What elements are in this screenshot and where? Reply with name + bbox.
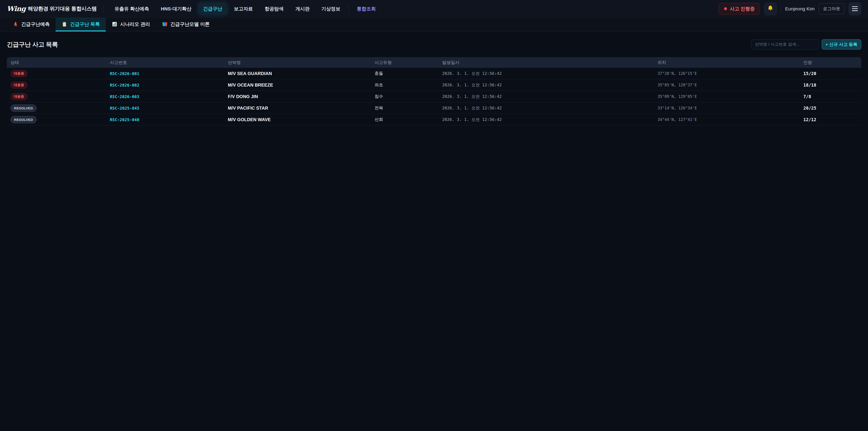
incident-id-link[interactable]: RSC-2025-045 <box>106 106 224 111</box>
logo-divider <box>103 4 103 13</box>
incident-id-link[interactable]: RSC-2026-001 <box>106 71 224 76</box>
vessel-name: M/V OCEAN BREEZE <box>224 83 371 88</box>
status-badge: 대응중 <box>10 70 28 77</box>
page-title: 긴급구난 사고 목록 <box>7 40 58 49</box>
incident-location: 35°05'N, 128°37'E <box>654 83 800 87</box>
incident-badge-label: 사고 진행중 <box>730 6 755 12</box>
main-nav: 유출유 확산예측 HNS·대기확산 긴급구난 보고자료 항공탐색 게시판 기상정… <box>110 3 381 15</box>
wing-logo-icon: Wing <box>7 5 26 13</box>
nav-item-rescue[interactable]: 긴급구난 <box>198 3 227 15</box>
persons-count: 12/12 <box>800 117 861 122</box>
persons-count: 15/20 <box>800 71 861 76</box>
nav-item-weather[interactable]: 기상정보 <box>316 3 345 15</box>
table-row[interactable]: RESOLVED RSC-2025-040 M/V GOLDEN WAVE 선회… <box>7 114 861 125</box>
tab-label: 긴급구난 목록 <box>70 21 100 27</box>
header-status: 상태 <box>7 60 106 65</box>
header-incident-id: 사고번호 <box>106 60 224 65</box>
bar-chart-icon <box>112 21 118 27</box>
incident-datetime: 2026. 3. 1. 오전 12:56:42 <box>438 82 654 88</box>
header-vessel: 선박명 <box>224 60 371 65</box>
user-name: Eunjeong Kim <box>785 6 815 11</box>
nav-item-hns[interactable]: HNS·대기확산 <box>156 3 196 15</box>
nav-item-integrated-search[interactable]: 통합조회 <box>352 3 381 15</box>
hamburger-icon <box>852 6 858 7</box>
incident-location: 35°09'N, 129°05'E <box>654 94 800 99</box>
vessel-name: M/V PACIFIC STAR <box>224 105 371 111</box>
tab-label: 긴급구난예측 <box>21 21 50 27</box>
header-persons: 인명 <box>800 60 861 65</box>
status-badge: 대응중 <box>10 81 28 89</box>
table-row[interactable]: RESOLVED RSC-2025-045 M/V PACIFIC STAR 전… <box>7 102 861 114</box>
nav-item-board[interactable]: 게시판 <box>290 3 315 15</box>
incident-id-link[interactable]: RSC-2025-040 <box>106 117 224 122</box>
incident-location: 37°28'N, 126°15'E <box>654 71 800 76</box>
incident-datetime: 2026. 3. 1. 오전 12:56:42 <box>438 71 654 76</box>
incident-location: 33°14'N, 126°34'E <box>654 106 800 110</box>
incident-datetime: 2026. 3. 1. 오전 12:56:42 <box>438 117 654 122</box>
nav-item-reports[interactable]: 보고자료 <box>229 3 258 15</box>
clipboard-icon <box>61 21 67 27</box>
new-incident-button[interactable]: + 신규 사고 등록 <box>822 39 861 50</box>
bell-icon <box>767 5 774 13</box>
tab-rescue-prediction[interactable]: 긴급구난예측 <box>7 18 56 31</box>
persons-count: 7/8 <box>800 94 861 99</box>
vessel-name: M/V GOLDEN WAVE <box>224 117 371 122</box>
app-title: 해양환경 위기대응 통합시스템 <box>28 5 96 12</box>
books-icon <box>162 21 168 27</box>
header-type: 사고유형 <box>371 60 438 65</box>
nav-item-oil-spill[interactable]: 유출유 확산예측 <box>110 3 154 15</box>
tab-label: 긴급구난모델 이론 <box>170 21 210 27</box>
tab-scenario-management[interactable]: 시나리오 관리 <box>106 18 156 31</box>
incident-type: 선회 <box>371 117 438 123</box>
incident-table: 상태 사고번호 선박명 사고유형 발생일시 위치 인명 대응중 RSC-2026… <box>7 57 861 125</box>
table-row[interactable]: 대응중 RSC-2026-003 F/V DONG JIN 침수 2026. 3… <box>7 91 861 102</box>
incident-type: 좌초 <box>371 82 438 88</box>
page-header: 긴급구난 사고 목록 + 신규 사고 등록 <box>0 32 868 57</box>
notifications-button[interactable] <box>764 2 777 15</box>
incident-id-link[interactable]: RSC-2026-003 <box>106 94 224 99</box>
status-badge: 대응중 <box>10 93 28 100</box>
incident-type: 침수 <box>371 94 438 99</box>
logout-button[interactable]: 로그아웃 <box>819 3 844 14</box>
nav-separator <box>348 4 349 14</box>
vessel-name: M/V SEA GUARDIAN <box>224 71 371 76</box>
incident-datetime: 2026. 3. 1. 오전 12:56:42 <box>438 105 654 111</box>
siren-icon <box>13 21 19 27</box>
page-actions: + 신규 사고 등록 <box>751 39 861 50</box>
tab-rescue-list[interactable]: 긴급구난 목록 <box>56 18 106 31</box>
table-row[interactable]: 대응중 RSC-2026-002 M/V OCEAN BREEZE 좌초 202… <box>7 79 861 91</box>
status-badge: RESOLVED <box>10 116 37 123</box>
alert-dot-icon <box>724 7 727 10</box>
status-badge: RESOLVED <box>10 104 37 112</box>
incident-in-progress-badge: 사고 진행중 <box>719 3 760 15</box>
table-row[interactable]: 대응중 RSC-2026-001 M/V SEA GUARDIAN 충돌 202… <box>7 68 861 79</box>
incident-datetime: 2026. 3. 1. 오전 12:56:42 <box>438 94 654 99</box>
top-navbar: Wing 해양환경 위기대응 통합시스템 유출유 확산예측 HNS·대기확산 긴… <box>0 0 868 18</box>
user-divider <box>781 4 781 13</box>
menu-button[interactable] <box>848 2 861 15</box>
persons-count: 20/25 <box>800 105 861 111</box>
navbar-right: 사고 진행중 Eunjeong Kim 로그아웃 <box>719 2 861 15</box>
vessel-name: F/V DONG JIN <box>224 94 371 99</box>
table-header-row: 상태 사고번호 선박명 사고유형 발생일시 위치 인명 <box>7 57 861 68</box>
incident-id-link[interactable]: RSC-2026-002 <box>106 83 224 88</box>
header-datetime: 발생일시 <box>438 60 654 65</box>
incident-type: 충돌 <box>371 70 438 76</box>
persons-count: 18/18 <box>800 83 861 88</box>
search-input[interactable] <box>751 39 819 50</box>
header-location: 위치 <box>654 60 800 65</box>
sub-tabbar: 긴급구난예측 긴급구난 목록 시나리오 관리 <box>0 18 868 32</box>
tab-rescue-model-theory[interactable]: 긴급구난모델 이론 <box>156 18 216 31</box>
incident-location: 34°44'N, 127°41'E <box>654 117 800 122</box>
tab-label: 시나리오 관리 <box>120 21 150 27</box>
incident-type: 전복 <box>371 105 438 111</box>
nav-item-aerial-search[interactable]: 항공탐색 <box>260 3 289 15</box>
app-logo[interactable]: Wing 해양환경 위기대응 통합시스템 <box>7 5 97 13</box>
